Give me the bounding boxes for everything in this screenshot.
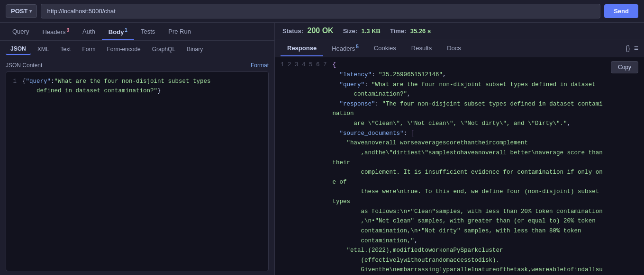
body-tab-form[interactable]: Form (77, 44, 100, 54)
request-panel: Query Headers3 Auth Body1 Tests Pre Run … (0, 23, 275, 275)
braces-icon[interactable]: {} (626, 44, 630, 52)
json-content-area: JSON Content Format 1 {"query":"What are… (0, 58, 274, 275)
request-url-bar: POST ▾ Send (0, 0, 644, 23)
json-content-header: JSON Content Format (6, 62, 269, 69)
tab-response-headers[interactable]: Headers5 (325, 39, 365, 57)
format-button[interactable]: Format (251, 62, 269, 69)
send-button[interactable]: Send (604, 4, 638, 18)
tab-prerun[interactable]: Pre Run (162, 23, 198, 40)
size-value: 1.3 KB (361, 27, 380, 35)
body-tab-formencode[interactable]: Form-encode (102, 44, 145, 54)
tab-headers[interactable]: Headers3 (36, 23, 76, 40)
response-status-bar: Status: 200 OK Size: 1.3 KB Time: 35.26 … (275, 23, 644, 39)
tab-cookies[interactable]: Cookies (367, 40, 403, 56)
time-info: Time: 35.26 s (390, 27, 431, 35)
response-icon-group: {} ≡ (626, 44, 638, 53)
response-body[interactable]: Copy 1 2 3 4 5 6 7 { "latency": "35.2590… (275, 57, 644, 275)
body-format-tabs: JSON XML Text Form Form-encode GraphQL B… (0, 41, 274, 58)
response-code-area: 1 2 3 4 5 6 7 { "latency": "35.259065151… (275, 60, 644, 275)
body-tab-binary[interactable]: Binary (182, 44, 208, 54)
method-label: POST (11, 8, 27, 15)
time-value: 35.26 s (410, 27, 431, 35)
response-code-content: { "latency": "35.2590651512146", "query"… (333, 60, 644, 275)
json-editor[interactable]: 1 {"query":"What are the four non-disjoi… (6, 71, 269, 271)
copy-button[interactable]: Copy (611, 61, 638, 73)
status-label: Status: 200 OK (282, 27, 334, 35)
tab-docs[interactable]: Docs (440, 40, 468, 56)
response-panel: Status: 200 OK Size: 1.3 KB Time: 35.26 … (275, 23, 644, 275)
status-value: 200 OK (308, 27, 334, 35)
chevron-down-icon: ▾ (29, 9, 32, 14)
request-tabs: Query Headers3 Auth Body1 Tests Pre Run (0, 23, 274, 41)
response-tabs: Response Headers5 Cookies Results Docs {… (275, 39, 644, 57)
body-tab-json[interactable]: JSON (6, 44, 31, 55)
url-input[interactable] (41, 4, 600, 18)
tab-response[interactable]: Response (281, 40, 323, 56)
tab-body[interactable]: Body1 (102, 23, 134, 40)
json-content-label: JSON Content (6, 62, 42, 69)
main-content: Query Headers3 Auth Body1 Tests Pre Run … (0, 23, 644, 275)
body-tab-xml[interactable]: XML (33, 44, 54, 54)
body-tab-graphql[interactable]: GraphQL (147, 44, 180, 54)
tab-tests[interactable]: Tests (134, 23, 162, 40)
tab-auth[interactable]: Auth (76, 23, 102, 40)
size-info: Size: 1.3 KB (343, 27, 381, 35)
menu-icon[interactable]: ≡ (634, 44, 638, 53)
body-tab-text[interactable]: Text (55, 44, 75, 54)
tab-query[interactable]: Query (6, 23, 36, 40)
line-numbers: 1 (11, 77, 22, 266)
response-line-numbers: 1 2 3 4 5 6 7 (275, 60, 333, 275)
tab-results[interactable]: Results (405, 40, 438, 56)
method-dropdown[interactable]: POST ▾ (6, 4, 37, 18)
json-code: {"query":"What are the four non-disjoint… (22, 77, 211, 266)
